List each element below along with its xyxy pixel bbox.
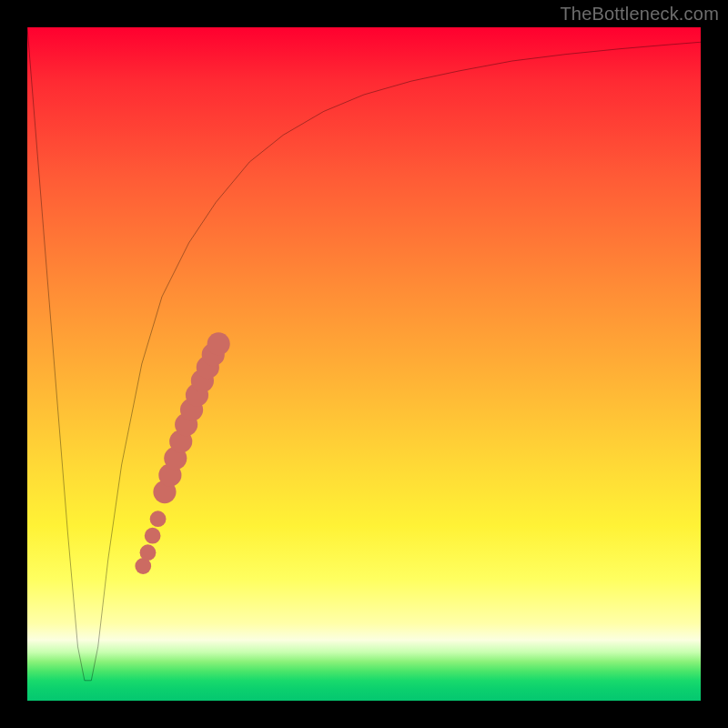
watermark-text: TheBottleneck.com [560,4,719,25]
chart-frame: TheBottleneck.com [0,0,728,728]
marker-dot [140,544,157,561]
marker-dot [145,528,161,544]
marker-dot [150,511,167,527]
marker-group [135,332,229,574]
plot-area [27,27,701,701]
bottleneck-curve-path [27,27,701,681]
marker-dot [207,332,230,355]
curve-overlay [27,27,701,701]
